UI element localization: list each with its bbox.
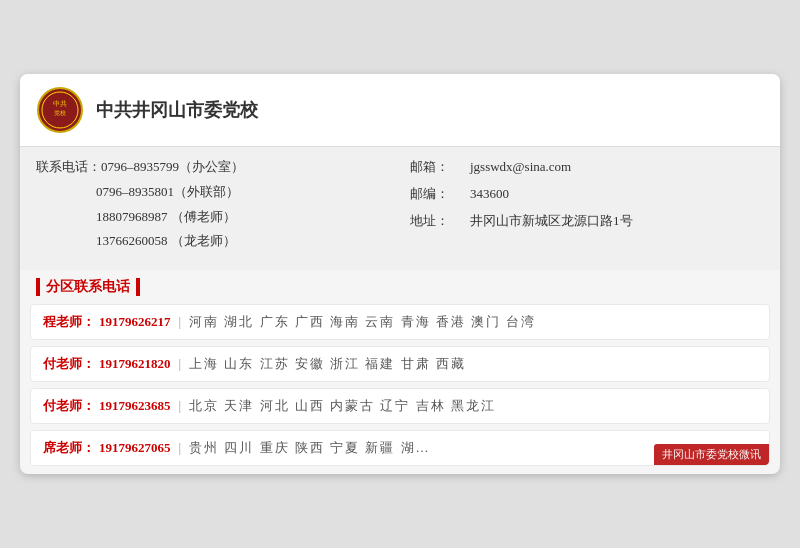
region-list: 程老师： 19179626217 | 河南 湖北 广东 广西 海南 云南 青海 … [20,304,780,474]
org-logo: 中共 党校 [36,86,84,134]
teacher-1: 付老师： [43,355,95,373]
phone-label-4 [36,231,96,252]
phone-row-2: 0796–8935801（外联部） [36,182,390,203]
teacher-2: 付老师： [43,397,95,415]
red-bar-right [136,278,140,296]
phone-row-1: 联系电话： 0796–8935799（办公室） [36,157,390,178]
region-row-3: 席老师： 19179627065 | 贵州 四川 重庆 陕西 宁夏 新疆 湖… … [30,430,770,466]
divider-0: | [179,314,182,330]
phone-value-1: 0796–8935799（办公室） [101,157,244,178]
section-title-text: 分区联系电话 [46,278,130,296]
contact-right: 邮箱： jgsswdx@sina.com 邮编： 343600 地址： 井冈山市… [410,157,764,256]
areas-0: 河南 湖北 广东 广西 海南 云南 青海 香港 澳门 台湾 [189,313,536,331]
phone-value-4: 13766260058 （龙老师） [96,231,236,252]
region-row-1: 付老师： 19179621820 | 上海 山东 江苏 安徽 浙江 福建 甘肃 … [30,346,770,382]
postcode-row: 邮编： 343600 [410,184,764,205]
org-name: 中共井冈山市委党校 [96,98,258,122]
postcode-value: 343600 [470,184,509,205]
areas-3: 贵州 四川 重庆 陕西 宁夏 新疆 湖… [189,439,431,457]
email-label: 邮箱： [410,157,470,178]
divider-2: | [179,398,182,414]
address-row: 地址： 井冈山市新城区龙源口路1号 [410,211,764,232]
phone-value-3: 18807968987 （傅老师） [96,207,236,228]
phone-label-3 [36,207,96,228]
postcode-label: 邮编： [410,184,470,205]
areas-2: 北京 天津 河北 山西 内蒙古 辽宁 吉林 黑龙江 [189,397,496,415]
divider-1: | [179,356,182,372]
phone-label-2 [36,182,96,203]
email-value: jgsswdx@sina.com [470,157,571,178]
svg-text:中共: 中共 [53,100,67,108]
phone-3: 19179627065 [99,440,171,456]
teacher-3: 席老师： [43,439,95,457]
title-bar-inner: 分区联系电话 [36,278,140,296]
teacher-0: 程老师： [43,313,95,331]
svg-text:党校: 党校 [54,110,66,116]
email-row: 邮箱： jgsswdx@sina.com [410,157,764,178]
region-row-0: 程老师： 19179626217 | 河南 湖北 广东 广西 海南 云南 青海 … [30,304,770,340]
red-bar-left [36,278,40,296]
region-row-2: 付老师： 19179623685 | 北京 天津 河北 山西 内蒙古 辽宁 吉林… [30,388,770,424]
phone-1: 19179621820 [99,356,171,372]
phone-0: 19179626217 [99,314,171,330]
address-value: 井冈山市新城区龙源口路1号 [470,211,633,232]
phone-row-4: 13766260058 （龙老师） [36,231,390,252]
phone-2: 19179623685 [99,398,171,414]
contact-left: 联系电话： 0796–8935799（办公室） 0796–8935801（外联部… [36,157,390,256]
divider-3: | [179,440,182,456]
contact-section: 联系电话： 0796–8935799（办公室） 0796–8935801（外联部… [20,147,780,270]
phone-row-3: 18807968987 （傅老师） [36,207,390,228]
phone-value-2: 0796–8935801（外联部） [96,182,239,203]
main-card: 中共 党校 中共井冈山市委党校 联系电话： 0796–8935799（办公室） … [20,74,780,474]
address-label: 地址： [410,211,470,232]
phone-label: 联系电话： [36,157,101,178]
watermark-text: 井冈山市委党校微讯 [654,444,769,465]
section-title-bar: 分区联系电话 [20,270,780,304]
areas-1: 上海 山东 江苏 安徽 浙江 福建 甘肃 西藏 [189,355,466,373]
header: 中共 党校 中共井冈山市委党校 [20,74,780,147]
